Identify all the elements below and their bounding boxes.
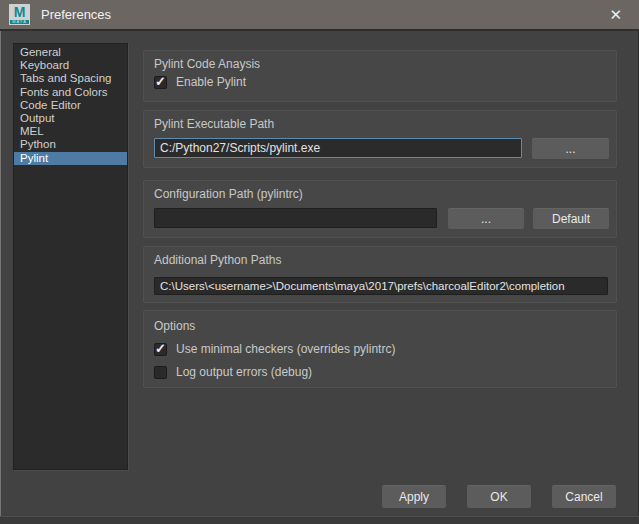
log-output-checkbox[interactable]: ✓ <box>154 366 167 379</box>
section-python-paths: Additional Python Paths <box>143 246 617 303</box>
config-path-input[interactable] <box>154 208 437 228</box>
sidebar-item-general[interactable]: General <box>14 46 127 59</box>
titlebar: M MAYA Preferences ✕ <box>0 0 639 31</box>
log-output-row: ✓ Log output errors (debug) <box>154 365 312 379</box>
pylint-executable-input[interactable] <box>154 138 522 158</box>
section-title-python-paths: Additional Python Paths <box>154 253 281 267</box>
apply-button[interactable]: Apply <box>382 485 446 508</box>
section-title-config-path: Configuration Path (pylintrc) <box>154 187 303 201</box>
section-title-executable-path: Pylint Executable Path <box>154 117 274 131</box>
sidebar-item-keyboard[interactable]: Keyboard <box>14 59 127 72</box>
maya-logo-letter: M <box>9 4 30 21</box>
enable-pylint-checkbox[interactable]: ✓ <box>154 76 167 89</box>
cancel-button[interactable]: Cancel <box>552 485 616 508</box>
default-config-button[interactable]: Default <box>533 208 609 229</box>
log-output-label: Log output errors (debug) <box>176 365 312 379</box>
enable-pylint-row: ✓ Enable Pylint <box>154 75 246 89</box>
minimal-checkers-checkbox[interactable]: ✓ <box>154 343 167 356</box>
section-pylint-code-analysis: Pylint Code Anaysis ✓ Enable Pylint <box>143 50 617 102</box>
window-bottom-edge <box>0 516 639 524</box>
checkmark-icon: ✓ <box>155 341 166 356</box>
minimal-checkers-label: Use minimal checkers (overrides pylintrc… <box>176 342 395 356</box>
minimal-checkers-row: ✓ Use minimal checkers (overrides pylint… <box>154 342 395 356</box>
sidebar-item-code-editor[interactable]: Code Editor <box>14 99 127 112</box>
maya-app-icon: M MAYA <box>9 4 30 25</box>
sidebar-item-tabs-and-spacing[interactable]: Tabs and Spacing <box>14 72 127 85</box>
sidebar-item-python[interactable]: Python <box>14 138 127 151</box>
section-executable-path: Pylint Executable Path ... <box>143 110 617 168</box>
section-title-options: Options <box>154 319 195 333</box>
sidebar-item-pylint[interactable]: Pylint <box>14 152 127 165</box>
close-icon[interactable]: ✕ <box>601 4 630 26</box>
sidebar-item-mel[interactable]: MEL <box>14 125 127 138</box>
section-options: Options ✓ Use minimal checkers (override… <box>143 310 617 388</box>
browse-config-button[interactable]: ... <box>448 208 524 229</box>
category-list: General Keyboard Tabs and Spacing Fonts … <box>13 43 128 470</box>
preferences-window: M MAYA Preferences ✕ General Keyboard Ta… <box>0 0 639 524</box>
enable-pylint-label: Enable Pylint <box>176 75 246 89</box>
sidebar-item-output[interactable]: Output <box>14 112 127 125</box>
section-title-code-analysis: Pylint Code Anaysis <box>154 57 260 71</box>
browse-executable-button[interactable]: ... <box>532 138 609 159</box>
maya-logo-band: MAYA <box>10 20 29 24</box>
window-title: Preferences <box>41 7 111 22</box>
checkmark-icon: ✓ <box>155 74 166 89</box>
python-paths-input[interactable] <box>154 277 608 295</box>
section-config-path: Configuration Path (pylintrc) ... Defaul… <box>143 180 617 238</box>
sidebar-item-fonts-and-colors[interactable]: Fonts and Colors <box>14 86 127 99</box>
ok-button[interactable]: OK <box>467 485 531 508</box>
